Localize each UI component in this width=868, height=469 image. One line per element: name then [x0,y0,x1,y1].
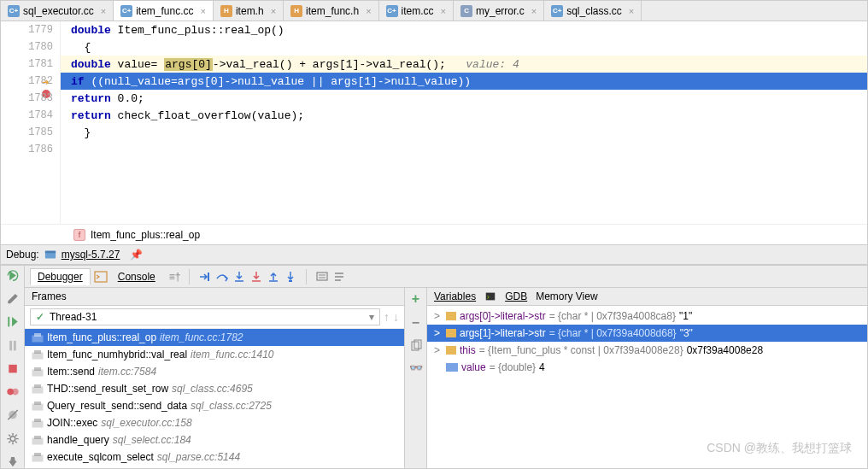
next-frame-icon[interactable]: ↓ [393,310,399,324]
resume-icon[interactable] [6,315,20,328]
expand-icon[interactable] [434,361,443,373]
view-breakpoints-icon[interactable] [6,385,20,398]
stack-frame-icon [32,383,44,395]
stack-frame-icon [32,349,44,361]
code-line[interactable]: return 0.0; [61,90,867,107]
trace-icon[interactable] [332,270,346,284]
frame-item[interactable]: mysql_execute_command sql_parse.cc:2816 [25,466,404,468]
code-line[interactable]: return check_float_overflow(value); [61,107,867,124]
frame-item[interactable]: Query_result_send::send_data sql_class.c… [25,397,404,414]
editor-tab[interactable]: C+item_func.cc× [114,1,214,21]
code-line[interactable]: } [61,124,867,141]
line-number[interactable]: ➜1782 [1,73,60,90]
add-watch-icon[interactable]: + [412,291,419,307]
tab-label: item_func.cc [136,5,193,17]
pin-tab-icon[interactable] [6,455,20,468]
step-over-icon[interactable] [215,270,229,284]
expand-icon[interactable]: > [434,310,443,322]
frame-function: Item::send [47,366,95,378]
frame-item[interactable]: execute_sqlcom_select sql_parse.cc:5144 [25,448,404,466]
step-into-icon[interactable] [232,270,246,284]
edit-icon[interactable] [6,292,20,305]
expand-icon[interactable]: > [434,327,443,339]
line-number[interactable]: 1786 [1,141,60,158]
frame-function: handle_query [47,434,109,446]
line-number[interactable]: 1785 [1,124,60,141]
tab-memory-view[interactable]: Memory View [536,290,597,302]
frame-function: THD::send_result_set_row [47,383,168,395]
frame-function: Query_result_send::send_data [47,400,187,412]
code-line[interactable]: double Item_func_plus::real_op() [61,21,867,38]
code-line[interactable]: if ((null_value=args[0]->null_value || a… [61,73,867,90]
close-icon[interactable]: × [366,6,371,16]
threads-icon[interactable]: ≡† [169,271,181,283]
variable-item[interactable]: > args[1]->literal->str = {char * | 0x7f… [427,325,867,342]
copy-icon[interactable] [409,339,423,353]
step-out-icon[interactable] [267,270,280,284]
editor-tab[interactable]: Hitem.h× [214,1,284,21]
editor-tab[interactable]: C+item.cc× [379,1,454,21]
show-execution-point-icon[interactable] [198,270,212,284]
svg-rect-25 [32,353,43,359]
frames-list[interactable]: Item_func_plus::real_op item_func.cc:178… [25,329,404,468]
editor-tab[interactable]: C+sql_executor.cc× [1,1,114,21]
frame-function: Item_func_plus::real_op [47,331,156,343]
variable-type: = {char * | 0x7f39a4008ca8} [549,310,676,322]
svg-rect-12 [208,273,209,281]
close-icon[interactable]: × [271,6,276,16]
tab-variables[interactable]: Variables [434,290,476,302]
frame-item[interactable]: THD::send_result_set_row sql_class.cc:46… [25,380,404,397]
close-icon[interactable]: × [629,6,634,16]
glasses-icon[interactable]: 👓 [409,361,423,374]
frame-item[interactable]: handle_query sql_select.cc:184 [25,431,404,448]
line-number[interactable]: 1781 [1,56,60,73]
pause-icon[interactable] [6,339,20,352]
pin-icon[interactable]: 📌 [130,249,143,261]
frame-location: sql_class.cc:2725 [191,400,272,412]
thread-selector[interactable]: ✓ Thread-31 ▾ [30,308,380,325]
close-icon[interactable]: × [201,6,206,16]
variables-list[interactable]: > args[0]->literal->str = {char * | 0x7f… [427,306,867,468]
variable-item[interactable]: > args[0]->literal->str = {char * | 0x7f… [427,308,867,325]
settings-icon[interactable] [6,432,20,445]
line-number[interactable]: 1779 [1,21,60,38]
close-icon[interactable]: × [531,6,537,16]
mute-breakpoints-icon[interactable] [6,408,20,421]
line-number[interactable]: 1783 [1,90,60,107]
tab-debugger[interactable]: Debugger [30,268,91,285]
frame-item[interactable]: JOIN::exec sql_executor.cc:158 [25,414,404,431]
remove-watch-icon[interactable]: − [412,315,419,331]
rerun-icon[interactable] [6,269,20,282]
editor-tab[interactable]: Hitem_func.h× [284,1,378,21]
frame-item[interactable]: Item_func_plus::real_op item_func.cc:178… [25,329,404,346]
line-number[interactable]: 1780 [1,38,60,56]
variable-item[interactable]: > this = {Item_func_plus * const | 0x7f3… [427,342,867,359]
line-number[interactable]: 1784 [1,107,60,124]
code-body[interactable]: double Item_func_plus::real_op() { doubl… [61,21,867,224]
prev-frame-icon[interactable]: ↑ [384,310,390,324]
code-line[interactable]: { [61,38,867,56]
tab-label: sql_executor.cc [23,5,94,17]
editor-tab[interactable]: C+sql_class.cc× [544,1,642,21]
svg-rect-11 [95,272,107,282]
tab-console[interactable]: Console [111,269,162,284]
frame-location: item_func.cc:1782 [160,331,243,343]
close-icon[interactable]: × [441,6,446,16]
frame-item[interactable]: Item::send item.cc:7584 [25,363,404,380]
frame-item[interactable]: Item_func_numhybrid::val_real item_func.… [25,346,404,363]
expand-icon[interactable]: > [434,344,443,356]
close-icon[interactable]: × [101,6,106,16]
code-line[interactable]: double value= args[0]->val_real() + args… [61,56,867,73]
debug-config[interactable]: mysql-5.7.27 [62,249,120,261]
variable-item[interactable]: value = {double} 4 [427,359,867,376]
tab-gdb[interactable]: GDB [505,290,527,302]
code-line[interactable] [61,141,867,158]
breakpoint-icon[interactable]: ➜ [42,75,54,87]
evaluate-expression-icon[interactable] [315,270,329,284]
file-type-icon: C+ [386,5,398,17]
stop-icon[interactable] [6,362,20,375]
editor-tab[interactable]: Cmy_error.c× [454,1,544,21]
force-step-into-icon[interactable] [249,270,263,284]
run-to-cursor-icon[interactable] [284,270,297,284]
debug-vertical-toolbar [1,266,25,468]
